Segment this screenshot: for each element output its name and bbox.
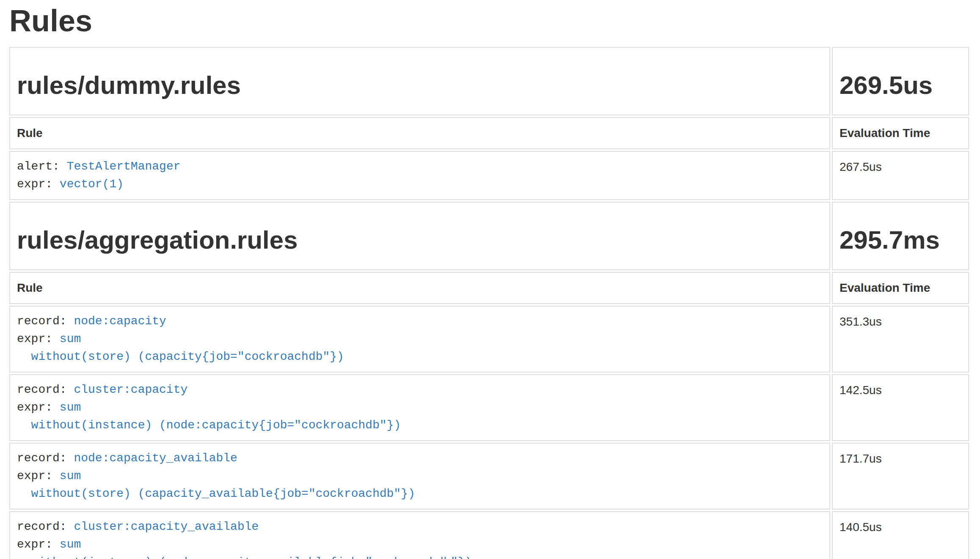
rules-page: Rules rules/dummy.rules 269.5us Rule Eva… [0,4,980,559]
rule-name-link[interactable]: node:capacity [74,315,166,328]
rule-expr-label: expr: [17,332,52,345]
rule-expr-link[interactable]: sum without(store) (capacity_available{j… [17,469,415,500]
rule-definition: record: cluster:capacity_available expr:… [17,518,823,559]
rule-column-header: Rule [9,117,830,149]
rule-row: record: node:capacity_available expr: su… [9,443,969,510]
group-time-cell: 269.5us [832,47,969,115]
rule-definition: record: cluster:capacity expr: sum witho… [17,381,823,434]
group-file-name: rules/dummy.rules [17,71,823,99]
rule-expr-label: expr: [17,401,52,414]
rule-cell: alert: TestAlertManager expr: vector(1) [9,151,830,200]
rule-definition: record: node:capacity expr: sum without(… [17,312,823,366]
rules-table: rules/dummy.rules 269.5us Rule Evaluatio… [8,45,971,559]
rule-row: alert: TestAlertManager expr: vector(1) … [9,151,969,200]
column-header-row: Rule Evaluation Time [9,117,969,149]
rule-definition: record: node:capacity_available expr: su… [17,449,823,503]
rule-name-link[interactable]: node:capacity_available [74,452,237,465]
rule-expr-link[interactable]: sum without(instance) (node:capacity_ava… [17,538,472,559]
rule-evaluation-time: 142.5us [832,374,969,441]
evaluation-time-column-header: Evaluation Time [832,272,969,304]
rule-expr-label: expr: [17,469,52,482]
page-title: Rules [9,4,971,38]
rule-row: record: cluster:capacity expr: sum witho… [9,374,969,441]
rule-expr-label: expr: [17,178,52,191]
group-time-cell: 295.7ms [832,202,969,270]
rule-kind-label: alert: [17,160,60,173]
rule-expr-link[interactable]: vector(1) [60,178,124,191]
rule-cell: record: cluster:capacity_available expr:… [9,511,830,559]
group-file-cell: rules/dummy.rules [9,47,830,115]
rule-cell: record: node:capacity_available expr: su… [9,443,830,510]
rule-cell: record: cluster:capacity expr: sum witho… [9,374,830,441]
rule-expr-link[interactable]: sum without(instance) (node:capacity{job… [17,401,401,432]
rule-evaluation-time: 140.5us [832,511,969,559]
rule-column-header: Rule [9,272,830,304]
evaluation-time-column-header: Evaluation Time [832,117,969,149]
rule-name-link[interactable]: cluster:capacity_available [74,520,259,533]
group-header-row: rules/dummy.rules 269.5us [9,47,969,115]
rule-definition: alert: TestAlertManager expr: vector(1) [17,158,823,193]
rule-expr-link[interactable]: sum without(store) (capacity{job="cockro… [17,332,344,363]
column-header-row: Rule Evaluation Time [9,272,969,304]
rule-name-link[interactable]: cluster:capacity [74,383,187,396]
group-file-cell: rules/aggregation.rules [9,202,830,270]
group-total-evaluation-time: 269.5us [840,71,961,99]
group-file-name: rules/aggregation.rules [17,226,823,254]
rule-kind-label: record: [17,383,67,396]
rule-row: record: node:capacity expr: sum without(… [9,306,969,373]
rule-row: record: cluster:capacity_available expr:… [9,511,969,559]
rule-kind-label: record: [17,452,67,465]
rules-table-body: rules/dummy.rules 269.5us Rule Evaluatio… [9,47,969,559]
rule-kind-label: record: [17,520,67,533]
group-total-evaluation-time: 295.7ms [840,226,961,254]
rule-evaluation-time: 351.3us [832,306,969,373]
rule-kind-label: record: [17,315,67,328]
rule-name-link[interactable]: TestAlertManager [67,160,181,173]
rule-cell: record: node:capacity expr: sum without(… [9,306,830,373]
group-header-row: rules/aggregation.rules 295.7ms [9,202,969,270]
rule-expr-label: expr: [17,538,52,551]
rule-evaluation-time: 267.5us [832,151,969,200]
rule-evaluation-time: 171.7us [832,443,969,510]
